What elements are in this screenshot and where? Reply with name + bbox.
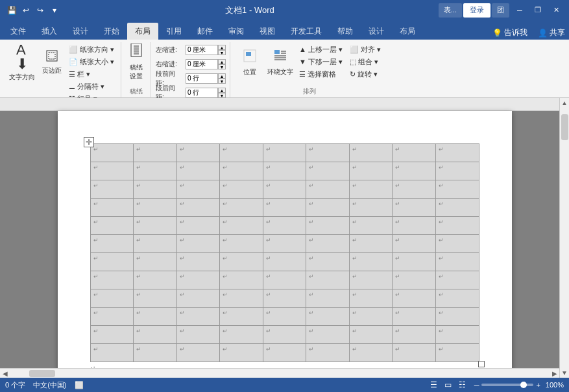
close-button[interactable]: ✕ xyxy=(548,4,564,17)
right-indent-input[interactable] xyxy=(186,59,218,69)
table-cell[interactable] xyxy=(176,308,220,326)
table-cell[interactable] xyxy=(134,180,177,199)
columns-button[interactable]: ☰ 栏 ▾ xyxy=(66,68,117,80)
table-cell[interactable] xyxy=(349,217,393,235)
tab-developer[interactable]: 开发工具 xyxy=(283,23,330,40)
table-cell[interactable] xyxy=(349,199,393,217)
scroll-up-button[interactable]: ▲ xyxy=(560,98,570,108)
rotate-button[interactable]: ↻ 旋转 ▾ xyxy=(347,68,383,80)
table-cell[interactable] xyxy=(90,344,134,362)
table-resize-handle[interactable] xyxy=(478,361,485,367)
table-cell[interactable] xyxy=(263,144,306,162)
text-direction-button[interactable]: A⬇ 文字方向 xyxy=(6,43,38,81)
right-indent-down[interactable]: ▼ xyxy=(218,64,226,69)
space-after-down[interactable]: ▼ xyxy=(218,93,226,98)
breaks-button[interactable]: ⚊ 分隔符 ▾ xyxy=(66,80,117,92)
table-cell[interactable] xyxy=(306,326,350,344)
table-cell[interactable] xyxy=(220,199,263,217)
table-cell[interactable] xyxy=(435,271,479,289)
table-cell[interactable] xyxy=(435,289,479,308)
table-cell[interactable] xyxy=(306,180,350,199)
table-cell[interactable] xyxy=(306,253,350,271)
table-cell[interactable] xyxy=(90,253,134,271)
print-layout-view-button[interactable]: ☰ xyxy=(428,380,441,390)
login-button[interactable]: 登录 xyxy=(463,3,490,18)
table-cell[interactable] xyxy=(349,144,393,162)
table-cell[interactable] xyxy=(220,162,263,180)
table-cell[interactable] xyxy=(176,235,220,253)
table-move-handle[interactable]: ✛ xyxy=(84,137,94,147)
table-cell[interactable] xyxy=(393,271,436,289)
left-indent-up[interactable]: ▲ xyxy=(218,45,226,50)
table-cell[interactable] xyxy=(393,344,436,362)
table-cell[interactable] xyxy=(263,289,306,308)
table-cell[interactable] xyxy=(393,199,436,217)
tab-layout[interactable]: 布局 xyxy=(127,23,158,40)
scroll-left-button[interactable]: ◀ xyxy=(0,369,10,378)
table-cell[interactable] xyxy=(263,180,306,199)
table-cell[interactable] xyxy=(263,326,306,344)
group-button[interactable]: ⬚ 组合 ▾ xyxy=(347,56,383,67)
table-cell[interactable] xyxy=(306,199,350,217)
tell-me-button[interactable]: 💡 告诉我 xyxy=(489,26,531,40)
table-cell[interactable] xyxy=(134,217,177,235)
tab-file[interactable]: 文件 xyxy=(3,23,34,40)
table-cell[interactable] xyxy=(435,344,479,362)
tab-home[interactable]: 开始 xyxy=(96,23,127,40)
bring-forward-button[interactable]: ▲ 上移一层 ▾ xyxy=(297,43,345,55)
table-cell[interactable] xyxy=(306,235,350,253)
table-cell[interactable] xyxy=(90,199,134,217)
table-cell[interactable] xyxy=(306,289,350,308)
table-cell[interactable] xyxy=(349,308,393,326)
table-cell[interactable] xyxy=(263,271,306,289)
table-cell[interactable] xyxy=(134,308,177,326)
send-backward-button[interactable]: ▼ 下移一层 ▾ xyxy=(297,56,345,67)
table-cell[interactable] xyxy=(220,217,263,235)
table-cell[interactable] xyxy=(435,180,479,199)
table-cell[interactable] xyxy=(134,144,177,162)
share-button[interactable]: 👤 共享 xyxy=(534,26,569,40)
table-cell[interactable] xyxy=(263,217,306,235)
table-cell[interactable] xyxy=(306,271,350,289)
table-cell[interactable] xyxy=(306,217,350,235)
table-cell[interactable] xyxy=(393,253,436,271)
table-cell[interactable] xyxy=(176,217,220,235)
space-after-up[interactable]: ▲ xyxy=(218,88,226,93)
table-cell[interactable] xyxy=(220,308,263,326)
table-cell[interactable] xyxy=(435,217,479,235)
table-cell[interactable] xyxy=(176,144,220,162)
minimize-button[interactable]: ─ xyxy=(512,4,527,17)
space-before-input[interactable] xyxy=(186,73,218,84)
table-cell[interactable] xyxy=(90,180,134,199)
zoom-thumb[interactable] xyxy=(520,382,527,388)
table-cell[interactable] xyxy=(306,308,350,326)
table-cell[interactable] xyxy=(220,235,263,253)
table-cell[interactable] xyxy=(349,271,393,289)
table-cell[interactable] xyxy=(134,162,177,180)
table-tools-tab[interactable]: 表... xyxy=(439,3,462,18)
table-cell[interactable] xyxy=(306,162,350,180)
table-cell[interactable] xyxy=(435,326,479,344)
table-cell[interactable] xyxy=(134,235,177,253)
table-cell[interactable] xyxy=(393,162,436,180)
table-cell[interactable] xyxy=(134,344,177,362)
table-cell[interactable] xyxy=(134,253,177,271)
table-cell[interactable] xyxy=(176,344,220,362)
right-indent-up[interactable]: ▲ xyxy=(218,59,226,64)
position-button[interactable]: 位置 xyxy=(236,43,264,81)
scroll-thumb-vertical[interactable] xyxy=(561,114,568,140)
table-cell[interactable] xyxy=(263,344,306,362)
table-cell[interactable] xyxy=(220,253,263,271)
table-cell[interactable] xyxy=(176,271,220,289)
tab-view[interactable]: 视图 xyxy=(252,23,283,40)
table-cell[interactable] xyxy=(134,326,177,344)
table-cell[interactable] xyxy=(90,308,134,326)
table-cell[interactable] xyxy=(176,180,220,199)
zoom-in-button[interactable]: + xyxy=(536,381,540,389)
table-cell[interactable] xyxy=(176,199,220,217)
tab-table-layout[interactable]: 布局 xyxy=(392,23,423,40)
paper-orientation-button[interactable]: ⬜ 纸张方向 ▾ xyxy=(66,43,117,55)
tab-insert[interactable]: 插入 xyxy=(34,23,65,40)
table-cell[interactable] xyxy=(349,326,393,344)
tab-review[interactable]: 审阅 xyxy=(221,23,252,40)
